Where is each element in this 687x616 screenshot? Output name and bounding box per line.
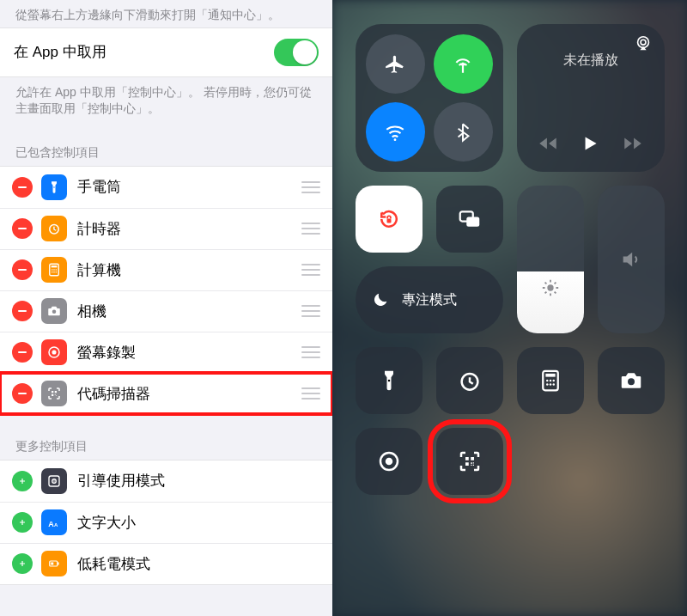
svg-rect-3 xyxy=(52,265,58,267)
media-play-button[interactable] xyxy=(579,132,601,158)
control-item-guided-access[interactable]: 引導使用模式 xyxy=(0,460,332,502)
svg-point-43 xyxy=(628,378,635,385)
control-item-timer[interactable]: 計時器 xyxy=(0,208,332,249)
add-button[interactable] xyxy=(12,553,33,574)
media-title: 未在播放 xyxy=(563,52,618,70)
timer-tile[interactable] xyxy=(436,347,503,414)
svg-point-10 xyxy=(52,310,57,314)
speaker-icon xyxy=(619,247,643,271)
focus-label: 專注模式 xyxy=(402,291,457,309)
flashlight-icon xyxy=(376,368,402,393)
calculator-tile[interactable] xyxy=(517,347,584,414)
airplay-icon[interactable] xyxy=(634,34,653,53)
control-item-camera[interactable]: 相機 xyxy=(0,290,332,332)
svg-point-38 xyxy=(549,380,551,382)
drag-handle[interactable] xyxy=(301,346,320,358)
guided-access-icon xyxy=(41,468,67,494)
control-item-screen-record[interactable]: 螢幕錄製 xyxy=(0,332,332,373)
svg-point-9 xyxy=(56,271,58,273)
drag-handle[interactable] xyxy=(301,387,320,399)
timer-icon xyxy=(41,216,67,241)
orientation-lock-icon xyxy=(376,206,402,232)
access-in-app-label: 在 App 中取用 xyxy=(14,42,274,62)
camera-tile[interactable] xyxy=(598,347,665,414)
control-item-label: 計時器 xyxy=(77,219,301,239)
settings-pane: 從螢幕右上方邊緣向下滑動來打開「通知中心」。 在 App 中取用 允許在 App… xyxy=(0,0,332,616)
svg-point-12 xyxy=(52,351,56,355)
screen-mirroring-tile[interactable] xyxy=(436,186,503,253)
orientation-lock-tile[interactable] xyxy=(356,186,423,253)
svg-point-7 xyxy=(52,271,53,273)
svg-rect-31 xyxy=(466,217,479,227)
svg-point-26 xyxy=(394,138,397,141)
remove-button[interactable] xyxy=(12,259,33,280)
control-item-low-power[interactable]: 低耗電模式 xyxy=(0,543,332,584)
included-list: 手電筒計時器計算機相機螢幕錄製代碼掃描器 xyxy=(0,166,332,415)
more-list: 引導使用模式AA文字大小低耗電模式 xyxy=(0,460,332,585)
remove-button[interactable] xyxy=(12,383,33,404)
svg-point-20 xyxy=(53,480,55,482)
control-item-label: 引導使用模式 xyxy=(77,471,320,491)
svg-rect-49 xyxy=(471,462,472,464)
svg-point-39 xyxy=(552,380,555,382)
svg-rect-25 xyxy=(51,563,53,565)
control-item-text-size[interactable]: AA文字大小 xyxy=(0,502,332,543)
drag-handle[interactable] xyxy=(301,305,320,317)
remove-button[interactable] xyxy=(12,342,33,363)
low-power-icon xyxy=(41,551,67,576)
bluetooth-icon xyxy=(452,121,474,143)
control-item-label: 相機 xyxy=(77,302,301,321)
volume-slider[interactable] xyxy=(598,186,665,333)
access-in-app-note: 允許在 App 中取用「控制中心」。 若停用時，您仍可從主畫面取用「控制中心」。 xyxy=(0,77,332,121)
flashlight-tile[interactable] xyxy=(356,347,423,414)
control-center-pane: 未在播放 專注模式 xyxy=(332,0,687,616)
bluetooth-toggle[interactable] xyxy=(434,102,493,162)
add-button[interactable] xyxy=(12,471,33,491)
svg-point-41 xyxy=(549,383,551,386)
media-prev-button[interactable] xyxy=(537,132,559,158)
control-item-label: 螢幕錄製 xyxy=(77,343,301,363)
svg-rect-50 xyxy=(472,462,473,463)
screen-record-tile[interactable] xyxy=(356,428,423,495)
access-in-app-switch[interactable] xyxy=(274,39,319,66)
svg-rect-48 xyxy=(465,462,469,466)
antenna-icon xyxy=(452,53,474,76)
remove-button[interactable] xyxy=(12,301,33,321)
airplane-toggle[interactable] xyxy=(366,34,425,94)
brightness-slider[interactable] xyxy=(517,186,584,333)
media-tile[interactable]: 未在播放 xyxy=(517,24,665,172)
control-item-flashlight[interactable]: 手電筒 xyxy=(0,167,332,208)
drag-handle[interactable] xyxy=(301,181,320,193)
svg-rect-14 xyxy=(55,391,57,393)
code-scanner-tile[interactable] xyxy=(436,428,503,495)
access-in-app-row[interactable]: 在 App 中取用 xyxy=(0,27,332,77)
connectivity-group xyxy=(356,24,503,172)
control-item-code-scanner[interactable]: 代碼掃描器 xyxy=(0,373,332,414)
control-item-label: 低耗電模式 xyxy=(77,554,320,574)
add-button[interactable] xyxy=(12,512,33,533)
svg-point-6 xyxy=(56,270,58,271)
control-item-label: 計算機 xyxy=(77,260,301,280)
wifi-toggle[interactable] xyxy=(366,102,425,162)
flashlight-icon xyxy=(41,174,67,200)
svg-rect-16 xyxy=(55,394,56,395)
focus-tile[interactable]: 專注模式 xyxy=(356,266,503,333)
cellular-toggle[interactable] xyxy=(434,34,493,94)
sun-icon xyxy=(541,278,560,297)
svg-rect-36 xyxy=(545,374,555,377)
drag-handle[interactable] xyxy=(301,264,320,276)
media-next-button[interactable] xyxy=(622,132,644,158)
drag-handle[interactable] xyxy=(301,223,320,235)
control-item-calculator[interactable]: 計算機 xyxy=(0,249,332,290)
camera-icon xyxy=(618,368,644,393)
record-icon xyxy=(376,448,402,474)
remove-button[interactable] xyxy=(12,218,33,239)
calculator-icon xyxy=(538,368,563,393)
remove-button[interactable] xyxy=(12,177,33,198)
svg-rect-13 xyxy=(52,391,53,393)
svg-point-8 xyxy=(53,271,55,273)
control-item-label: 手電筒 xyxy=(77,177,301,197)
svg-rect-17 xyxy=(56,396,57,397)
svg-rect-46 xyxy=(465,457,469,460)
text-size-icon: AA xyxy=(41,509,67,535)
